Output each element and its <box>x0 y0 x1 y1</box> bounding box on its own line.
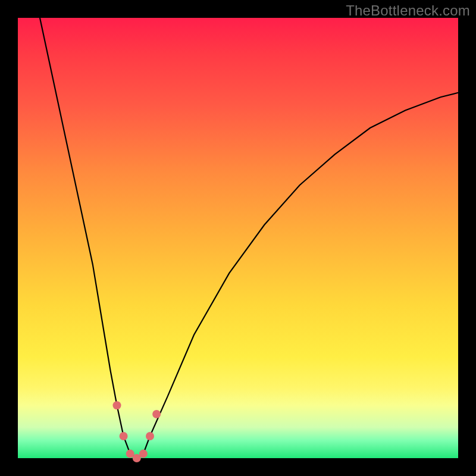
marker-group <box>113 401 161 462</box>
chart-frame: TheBottleneck.com <box>0 0 476 476</box>
curve-marker <box>152 410 161 418</box>
plot-area <box>18 18 458 458</box>
curve-marker <box>139 450 148 458</box>
curve-marker <box>113 401 121 409</box>
curve-marker <box>120 432 128 440</box>
chart-svg <box>18 18 458 458</box>
bottleneck-curve <box>40 18 458 458</box>
curve-marker <box>146 432 154 440</box>
watermark-text: TheBottleneck.com <box>346 2 470 19</box>
